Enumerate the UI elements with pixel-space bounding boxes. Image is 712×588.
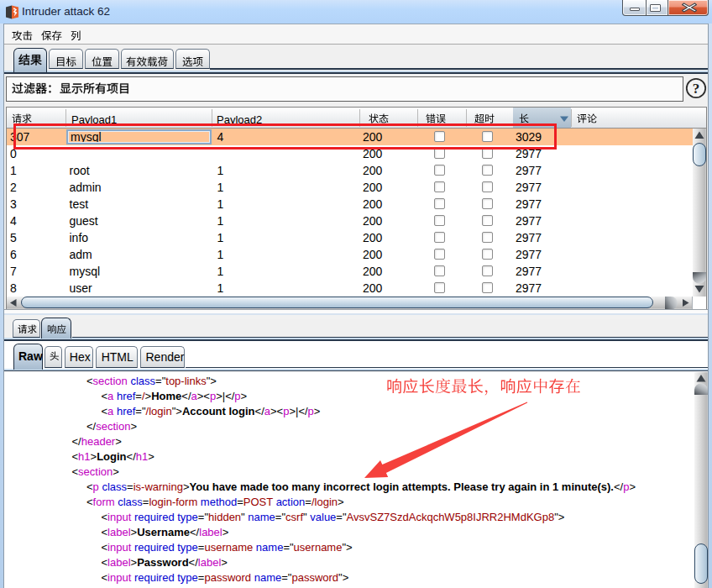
svg-text:?: ? xyxy=(693,81,700,97)
